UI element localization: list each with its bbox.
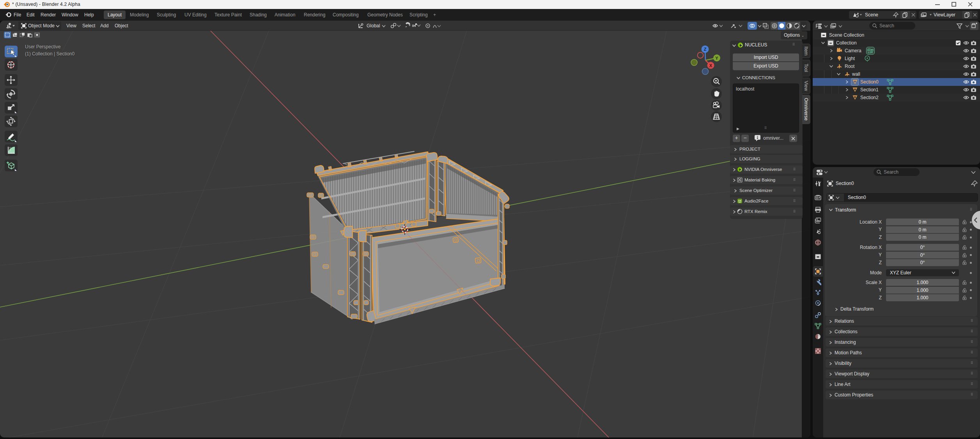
svg-text:Z: Z: [704, 47, 707, 52]
svg-text:Y: Y: [715, 56, 718, 60]
svg-text:X: X: [709, 63, 712, 68]
